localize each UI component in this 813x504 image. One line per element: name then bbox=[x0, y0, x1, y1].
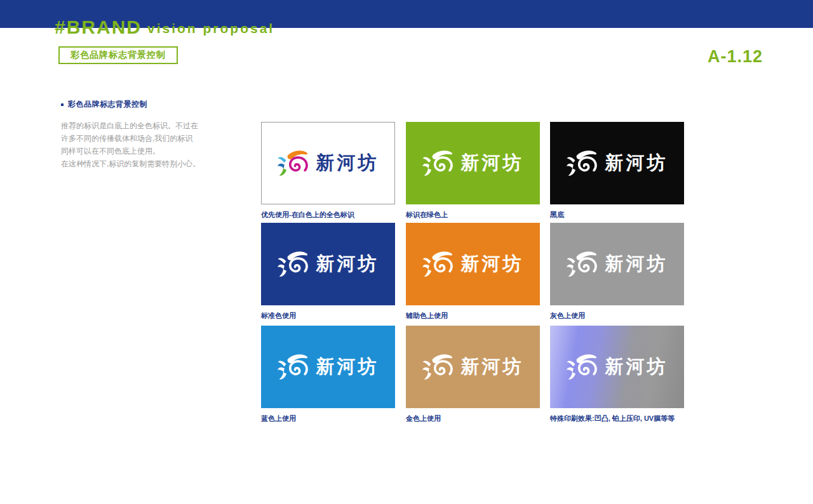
brand-wordmark: 新河坊 bbox=[605, 251, 668, 277]
logo-card: 新河坊 bbox=[406, 223, 540, 305]
logo-specimen-cell: 新河坊 辅助色上使用 bbox=[406, 223, 549, 321]
logo-specimen-cell: 新河坊 标识在绿色上 bbox=[406, 122, 549, 220]
brand-mark-swirl-icon bbox=[278, 353, 311, 381]
brand-logo: 新河坊 bbox=[278, 149, 379, 178]
brand-wordmark: 新河坊 bbox=[316, 150, 379, 176]
brand-mark-swirl-icon bbox=[278, 149, 311, 178]
logo-card: 新河坊 bbox=[406, 326, 540, 408]
brand-tag-title: #BRAND bbox=[55, 17, 142, 38]
card-label: 金色上使用 bbox=[406, 414, 549, 423]
card-label: 标识在绿色上 bbox=[406, 210, 549, 220]
brand-wordmark: 新河坊 bbox=[461, 251, 524, 277]
brand-logo: 新河坊 bbox=[422, 353, 524, 381]
brand-wordmark: 新河坊 bbox=[316, 251, 379, 277]
logo-card: 新河坊 bbox=[261, 223, 395, 305]
sidebar-paragraph: 推荐的标识是白底上的全色标识。不过在 许多不同的传播载体和场合,我们的标识 同样… bbox=[61, 119, 208, 170]
logo-specimen-cell: 新河坊 标准色使用 bbox=[261, 223, 405, 321]
logo-card: 新河坊 bbox=[261, 326, 395, 408]
card-label: 优先使用-在白色上的全色标识 bbox=[261, 210, 405, 220]
logo-specimen-cell: 新河坊 优先使用-在白色上的全色标识 bbox=[261, 122, 405, 220]
brand-guideline-page: #BRAND vision proposal 彩色品牌标志背景控制 A-1.12… bbox=[0, 0, 813, 504]
brand-mark-swirl-icon bbox=[567, 149, 600, 178]
logo-specimen-cell: 新河坊 黑底 bbox=[550, 122, 694, 220]
card-label: 辅助色上使用 bbox=[406, 311, 549, 321]
brand-logo: 新河坊 bbox=[567, 353, 668, 381]
brand-wordmark: 新河坊 bbox=[316, 354, 379, 380]
brand-logo: 新河坊 bbox=[422, 149, 524, 178]
brand-mark-swirl-icon bbox=[422, 149, 455, 178]
page-number: A-1.12 bbox=[708, 47, 763, 67]
brand-wordmark: 新河坊 bbox=[461, 354, 524, 380]
logo-card: 新河坊 bbox=[550, 223, 684, 305]
brand-logo: 新河坊 bbox=[422, 250, 524, 279]
brand-logo: 新河坊 bbox=[567, 149, 668, 178]
brand-subtitle: vision proposal bbox=[147, 21, 274, 36]
card-label: 黑底 bbox=[550, 210, 694, 220]
logo-card: 新河坊 bbox=[261, 122, 395, 204]
card-label: 标准色使用 bbox=[261, 311, 405, 321]
logo-specimen-cell: 新河坊 蓝色上使用 bbox=[261, 326, 405, 423]
bullet-square-icon bbox=[61, 103, 64, 106]
logo-specimen-cell: 新河坊 金色上使用 bbox=[406, 326, 549, 423]
logo-specimen-cell: 新河坊 特殊印刷效果:凹凸, 铂上压印, UV膜等等 bbox=[550, 326, 694, 423]
sidebar-heading-label: 彩色品牌标志背景控制 bbox=[68, 99, 147, 110]
brand-wordmark: 新河坊 bbox=[605, 150, 668, 176]
brand-wordmark: 新河坊 bbox=[605, 354, 668, 380]
brand-logo: 新河坊 bbox=[278, 353, 379, 381]
card-label: 蓝色上使用 bbox=[261, 414, 405, 423]
card-label: 特殊印刷效果:凹凸, 铂上压印, UV膜等等 bbox=[550, 414, 694, 423]
brand-logo: 新河坊 bbox=[567, 250, 668, 279]
logo-specimen-cell: 新河坊 灰色上使用 bbox=[550, 223, 694, 321]
brand-wordmark: 新河坊 bbox=[461, 150, 524, 176]
page-title: 彩色品牌标志背景控制 bbox=[71, 50, 166, 61]
page-title-box: 彩色品牌标志背景控制 bbox=[58, 46, 178, 64]
brand-mark-swirl-icon bbox=[422, 353, 455, 381]
logo-card: 新河坊 bbox=[550, 122, 684, 204]
brand-logo: 新河坊 bbox=[278, 250, 379, 279]
logo-card: 新河坊 bbox=[550, 326, 684, 408]
brand-mark-swirl-icon bbox=[567, 353, 600, 381]
brand-mark-swirl-icon bbox=[567, 250, 600, 279]
sidebar-heading: 彩色品牌标志背景控制 bbox=[61, 99, 147, 110]
brand-mark-swirl-icon bbox=[422, 250, 455, 279]
brand-mark-swirl-icon bbox=[278, 250, 311, 279]
card-label: 灰色上使用 bbox=[550, 311, 694, 321]
logo-card: 新河坊 bbox=[406, 122, 540, 204]
